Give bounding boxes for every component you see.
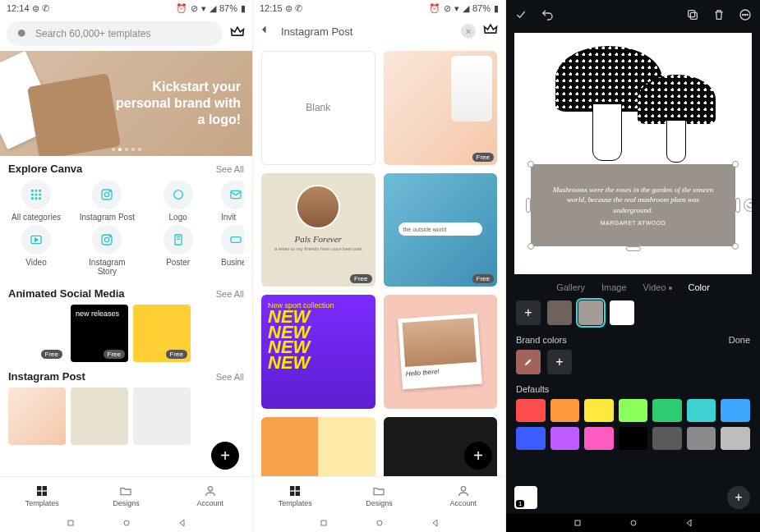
color-swatch[interactable]	[721, 427, 750, 450]
template-blank[interactable]: Blank	[261, 51, 375, 165]
color-swatch[interactable]	[652, 427, 682, 450]
category-video[interactable]: Video	[8, 225, 64, 276]
add-brand-color[interactable]: +	[547, 350, 572, 374]
resize-handle[interactable]	[527, 243, 534, 250]
home-icon[interactable]	[375, 518, 385, 528]
color-swatch[interactable]	[610, 300, 634, 325]
search-input[interactable]: Search 60,000+ templates	[7, 21, 223, 46]
recents-icon[interactable]	[319, 518, 329, 528]
instagram-thumbs[interactable]	[8, 388, 244, 445]
tab-account[interactable]: Account	[168, 477, 252, 514]
recents-icon[interactable]	[66, 518, 76, 528]
hero-banner[interactable]: Kickstart your personal brand with a log…	[0, 51, 252, 156]
home-icon[interactable]	[629, 518, 638, 528]
tab-account[interactable]: Account	[421, 477, 505, 514]
selected-text-element[interactable]: Mushrooms were the roses in the garden o…	[531, 164, 735, 246]
undo-icon[interactable]	[541, 8, 554, 21]
category-all[interactable]: All categories	[8, 180, 64, 222]
template-thumb[interactable]: Pals Forever a letter to my friends from…	[261, 173, 375, 287]
tab-templates[interactable]: Templates	[0, 477, 84, 514]
category-business[interactable]: Busine	[221, 225, 244, 276]
tab-designs[interactable]: Designs	[84, 477, 168, 514]
color-swatch[interactable]	[687, 427, 716, 450]
template-thumb[interactable]	[133, 388, 191, 445]
animated-thumbs[interactable]: Free new releasesFree Free	[8, 305, 244, 362]
color-swatch[interactable]	[550, 427, 580, 450]
canvas-image[interactable]	[547, 38, 720, 161]
template-thumb[interactable]: Free	[384, 51, 498, 165]
edit-brand-color[interactable]	[516, 350, 541, 374]
more-icon[interactable]	[739, 8, 752, 21]
category-instagram-story[interactable]: Instagram Story	[79, 225, 135, 276]
category-poster[interactable]: Poster	[150, 225, 206, 276]
editor-canvas[interactable]: Mushrooms were the roses in the garden o…	[514, 33, 752, 274]
tab-video[interactable]: Video	[643, 282, 672, 292]
rotate-handle[interactable]	[744, 199, 752, 212]
instagram-see-all[interactable]: See All	[216, 372, 244, 382]
confirm-icon[interactable]	[514, 8, 527, 21]
tab-templates[interactable]: Templates	[253, 477, 337, 514]
tab-image[interactable]: Image	[601, 282, 627, 292]
template-thumb[interactable]: new releasesFree	[71, 305, 128, 362]
tab-color[interactable]: Color	[689, 282, 710, 292]
template-thumb[interactable]: Free	[133, 305, 191, 362]
color-swatch[interactable]	[516, 399, 546, 422]
color-swatch[interactable]	[619, 427, 648, 450]
template-thumb[interactable]: New sport collection NEW NEW NEW NEW	[261, 295, 375, 409]
template-thumb[interactable]: the outside worldFree	[384, 173, 498, 287]
tab-designs[interactable]: Designs	[337, 477, 421, 514]
svg-point-38	[743, 14, 744, 15]
category-instagram-post[interactable]: Instagram Post	[79, 180, 135, 222]
color-swatch[interactable]	[721, 399, 750, 422]
color-swatch[interactable]	[516, 427, 546, 450]
template-thumb[interactable]: Hello there!	[384, 295, 498, 409]
back-icon[interactable]	[177, 518, 187, 528]
create-fab[interactable]: +	[211, 442, 239, 470]
color-swatch[interactable]	[687, 399, 716, 422]
back-button[interactable]	[260, 22, 274, 40]
resize-handle[interactable]	[626, 246, 641, 251]
search-placeholder: Search 60,000+ templates	[35, 28, 150, 39]
system-nav	[0, 514, 252, 532]
resize-handle[interactable]	[732, 243, 739, 250]
color-swatch[interactable]	[584, 399, 614, 422]
template-thumb[interactable]	[71, 388, 128, 445]
category-logo[interactable]: Logo	[150, 180, 206, 222]
category-invitation[interactable]: Invit	[221, 180, 244, 222]
premium-button[interactable]	[482, 21, 499, 41]
color-swatch[interactable]	[550, 399, 580, 422]
color-swatch[interactable]	[652, 399, 682, 422]
search-value[interactable]: Instagram Post	[281, 25, 454, 38]
delete-icon[interactable]	[712, 8, 725, 21]
explore-see-all[interactable]: See All	[216, 164, 244, 174]
resize-handle[interactable]	[526, 198, 531, 213]
animated-see-all[interactable]: See All	[216, 289, 244, 299]
svg-rect-5	[35, 194, 38, 196]
back-icon[interactable]	[431, 518, 440, 528]
add-color-button[interactable]: +	[516, 300, 541, 325]
copy-icon[interactable]	[686, 8, 699, 21]
resize-handle[interactable]	[735, 198, 740, 213]
screen-home: 12:14 ⊜ ✆ ⏰⊘▾◢ 87%▮ Search 60,000+ templ…	[0, 0, 253, 532]
color-swatch[interactable]	[584, 427, 614, 450]
color-swatch[interactable]	[547, 300, 572, 325]
recents-icon[interactable]	[573, 518, 583, 528]
clear-button[interactable]: ✕	[461, 24, 476, 39]
done-button[interactable]: Done	[729, 335, 750, 345]
pages-button[interactable]: 1	[514, 486, 537, 509]
color-swatch[interactable]	[619, 399, 648, 422]
home-icon[interactable]	[122, 518, 131, 528]
create-fab[interactable]: +	[464, 442, 492, 470]
premium-button[interactable]	[229, 24, 246, 44]
color-swatch-selected[interactable]	[578, 300, 603, 325]
template-thumb[interactable]	[196, 305, 244, 362]
template-thumb[interactable]	[8, 388, 66, 445]
resize-handle[interactable]	[732, 161, 739, 167]
svg-point-0	[18, 29, 25, 36]
tab-gallery[interactable]: Gallery	[556, 282, 585, 292]
resize-handle[interactable]	[527, 161, 534, 167]
back-icon[interactable]	[684, 518, 694, 528]
add-element-fab[interactable]: +	[727, 486, 750, 509]
system-nav	[253, 514, 505, 532]
template-thumb[interactable]: Free	[8, 305, 66, 362]
